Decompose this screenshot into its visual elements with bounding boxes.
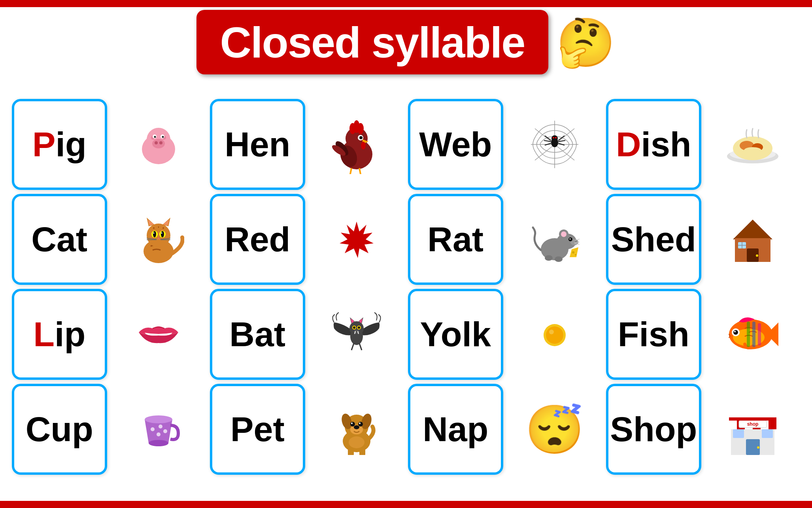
svg-point-122 <box>734 331 736 332</box>
svg-rect-143 <box>359 448 365 455</box>
svg-line-26 <box>359 168 361 174</box>
word-pet: Pet <box>230 412 285 447</box>
img-cup <box>111 384 206 475</box>
title-box: Closed syllable <box>196 10 549 74</box>
word-card-cup: Cup <box>12 384 107 475</box>
svg-point-141 <box>359 423 361 424</box>
svg-point-138 <box>350 422 355 426</box>
word-shed: Shed <box>611 222 696 257</box>
word-card-pig: Pig <box>12 99 107 190</box>
img-lip <box>111 289 206 380</box>
img-dish <box>705 99 801 190</box>
img-web <box>507 99 602 190</box>
svg-point-65 <box>153 231 156 237</box>
word-nap: Nap <box>423 412 488 447</box>
svg-marker-90 <box>733 220 772 239</box>
word-pig: Pig <box>32 127 87 162</box>
svg-point-139 <box>358 422 363 426</box>
svg-point-2 <box>152 139 165 148</box>
img-shop: shop <box>705 384 801 475</box>
svg-rect-147 <box>729 419 737 429</box>
svg-point-10 <box>162 148 168 159</box>
svg-point-68 <box>161 233 162 234</box>
svg-point-86 <box>555 256 563 262</box>
img-fish <box>705 289 801 380</box>
img-bat <box>309 289 404 380</box>
img-shed <box>705 194 801 285</box>
svg-point-3 <box>155 141 158 144</box>
img-rat <box>507 194 602 285</box>
svg-point-129 <box>159 425 162 428</box>
word-card-shed: Shed <box>606 194 701 285</box>
svg-point-106 <box>358 326 360 329</box>
img-pet <box>309 384 404 475</box>
word-card-shop: Shop <box>606 384 701 475</box>
svg-point-131 <box>163 429 167 433</box>
svg-point-89 <box>575 254 576 256</box>
svg-rect-155 <box>762 429 773 438</box>
svg-point-4 <box>159 141 162 144</box>
svg-text:shop: shop <box>747 421 758 427</box>
img-pig <box>111 99 206 190</box>
word-fish: Fish <box>618 317 689 352</box>
svg-point-66 <box>161 231 164 237</box>
word-card-rat: Rat <box>408 194 503 285</box>
title-text: Closed syllable <box>220 18 525 66</box>
bottom-border <box>0 501 812 508</box>
svg-point-153 <box>757 446 759 449</box>
word-dish: Dish <box>616 127 691 162</box>
svg-point-127 <box>149 440 168 446</box>
word-card-cat: Cat <box>12 194 107 285</box>
word-card-pet: Pet <box>210 384 305 475</box>
svg-rect-154 <box>733 429 744 438</box>
svg-point-93 <box>756 254 758 257</box>
img-red <box>309 194 404 285</box>
svg-point-81 <box>569 239 570 240</box>
word-card-web: Web <box>408 99 503 190</box>
svg-point-67 <box>153 233 154 234</box>
thinking-emoji: 🤔 <box>556 19 616 66</box>
svg-point-85 <box>545 255 553 261</box>
svg-rect-124 <box>752 322 755 347</box>
svg-rect-123 <box>747 322 750 347</box>
nap-emoji: 😴 <box>525 406 584 453</box>
svg-point-105 <box>353 326 355 329</box>
img-cat <box>111 194 206 285</box>
word-cat: Cat <box>31 222 87 257</box>
svg-line-111 <box>359 343 362 350</box>
svg-point-144 <box>349 436 364 448</box>
word-card-bat: Bat <box>210 289 305 380</box>
svg-point-126 <box>145 415 172 423</box>
svg-point-117 <box>549 330 554 334</box>
word-card-lip: Lip <box>12 289 107 380</box>
svg-point-128 <box>151 427 155 431</box>
svg-point-88 <box>572 251 574 254</box>
svg-point-137 <box>354 425 359 429</box>
svg-point-19 <box>357 123 364 134</box>
svg-rect-142 <box>348 448 354 455</box>
word-cup: Cup <box>26 412 93 447</box>
svg-point-130 <box>157 432 161 436</box>
word-yolk: Yolk <box>420 317 491 352</box>
top-border <box>0 0 812 7</box>
svg-point-42 <box>551 135 558 142</box>
word-rat: Rat <box>427 222 483 257</box>
svg-point-116 <box>546 326 563 344</box>
word-red: Red <box>225 222 290 257</box>
word-shop: Shop <box>610 412 697 447</box>
pig-first-letter: P <box>32 125 56 164</box>
word-card-red: Red <box>210 194 305 285</box>
word-card-nap: Nap <box>408 384 503 475</box>
word-lip: Lip <box>33 317 85 352</box>
img-yolk <box>507 289 602 380</box>
svg-point-140 <box>351 423 353 424</box>
svg-point-121 <box>733 330 738 335</box>
svg-point-43 <box>553 137 554 138</box>
img-nap: 😴 <box>507 384 602 475</box>
word-hen: Hen <box>225 127 290 162</box>
lip-first-letter: L <box>33 315 55 354</box>
svg-point-44 <box>555 137 557 138</box>
word-card-fish: Fish <box>606 289 701 380</box>
svg-point-79 <box>561 231 567 237</box>
word-card-hen: Hen <box>210 99 305 190</box>
